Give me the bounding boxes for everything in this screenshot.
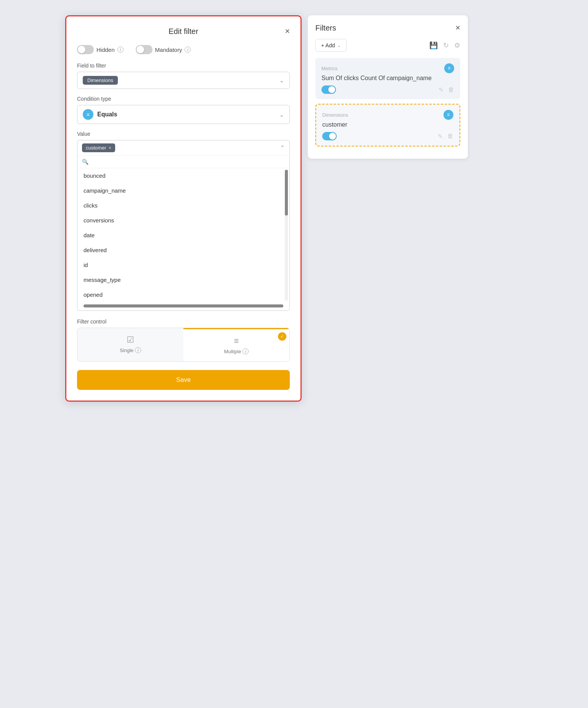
value-section: Value customer × ⌃ 🔍 bounced campai xyxy=(77,131,290,311)
condition-label: Condition type xyxy=(77,96,290,102)
dimensions-filter-card: Dimensions = customer ✎ 🗑 xyxy=(315,104,460,146)
metrics-card-type: Metrics xyxy=(321,66,337,71)
dimensions-edit-icon[interactable]: ✎ xyxy=(438,133,443,140)
field-select-dropdown[interactable]: Dimensions ⌄ xyxy=(77,72,290,89)
save-icon[interactable]: 💾 xyxy=(429,41,438,50)
dropdown-scrollbar[interactable] xyxy=(285,170,288,301)
hidden-toggle-group: Hidden i xyxy=(77,45,124,54)
dropdown-list-wrapper: bounced campaign_name clicks conversions… xyxy=(77,168,289,302)
dropdown-item-clicks[interactable]: clicks xyxy=(77,198,283,213)
customer-tag: customer × xyxy=(82,143,115,152)
single-option[interactable]: ☑ Single i xyxy=(77,328,183,361)
multiple-info-icon[interactable]: i xyxy=(243,348,249,354)
value-chevron-icon[interactable]: ⌃ xyxy=(280,144,285,151)
metrics-equals-icon: = xyxy=(444,63,454,73)
mandatory-toggle-group: Mandatory i xyxy=(136,45,191,54)
single-label-text: Single xyxy=(120,348,133,353)
filter-control-options: ☑ Single i ✓ ≡ Multiple i xyxy=(77,328,290,362)
reset-icon[interactable]: ↻ xyxy=(443,41,449,50)
metrics-card-toggle[interactable] xyxy=(321,85,336,94)
dropdown-item-campaign_name[interactable]: campaign_name xyxy=(77,183,283,198)
single-info-icon[interactable]: i xyxy=(135,347,141,353)
horiz-scrollbar-row xyxy=(77,302,289,311)
equals-label: Equals xyxy=(97,111,117,118)
dimensions-card-toggle[interactable] xyxy=(322,132,337,140)
dimensions-card-value: customer xyxy=(322,121,453,128)
horizontal-scrollbar[interactable] xyxy=(84,304,283,307)
dimensions-delete-icon[interactable]: 🗑 xyxy=(447,133,453,140)
hidden-toggle[interactable] xyxy=(77,45,94,54)
condition-select-dropdown[interactable]: = Equals ⌄ xyxy=(77,105,290,124)
dropdown-search: 🔍 xyxy=(77,156,289,168)
scrollbar-thumb xyxy=(285,170,288,216)
filters-title: Filters xyxy=(315,24,336,32)
dropdown-item-bounced[interactable]: bounced xyxy=(77,168,283,183)
dimensions-card-actions: ✎ 🗑 xyxy=(438,133,453,140)
single-option-label: Single i xyxy=(120,347,141,353)
modal-header: Edit filter × xyxy=(77,27,290,36)
single-option-icon: ☑ xyxy=(127,335,134,345)
multiple-label-text: Multiple xyxy=(224,349,241,354)
dimensions-card-footer: ✎ 🗑 xyxy=(322,132,453,140)
dropdown-item-message_type[interactable]: message_type xyxy=(77,272,283,287)
add-filter-label: + Add xyxy=(321,42,335,48)
tag-close-icon[interactable]: × xyxy=(108,145,111,151)
field-section: Field to filter Dimensions ⌄ xyxy=(77,63,290,89)
add-filter-button[interactable]: + Add ⌄ xyxy=(315,39,347,52)
dimensions-equals-icon: = xyxy=(443,110,453,120)
settings-icon[interactable]: ⚙ xyxy=(454,41,460,50)
value-label: Value xyxy=(77,131,290,137)
mandatory-info-icon[interactable]: i xyxy=(185,47,191,53)
filters-panel: Filters × + Add ⌄ 💾 ↻ ⚙ Metrics = Sum Of… xyxy=(308,15,468,159)
mandatory-label: Mandatory xyxy=(155,47,182,53)
equals-icon: = xyxy=(83,109,93,120)
checkmark-badge: ✓ xyxy=(278,332,286,341)
modal-close-button[interactable]: × xyxy=(285,27,290,35)
field-select-value: Dimensions xyxy=(83,76,118,85)
metrics-card-footer: ✎ 🗑 xyxy=(321,85,454,94)
save-button[interactable]: Save xyxy=(77,370,290,390)
toggles-row: Hidden i Mandatory i xyxy=(77,45,290,54)
field-chevron-icon: ⌄ xyxy=(279,77,284,84)
value-input-container: customer × ⌃ 🔍 bounced campaign_name cli… xyxy=(77,140,290,311)
filters-toolbar: + Add ⌄ 💾 ↻ ⚙ xyxy=(315,39,460,52)
dimensions-badge: Dimensions xyxy=(83,76,118,85)
multiple-option-label: Multiple i xyxy=(224,348,249,354)
dropdown-item-id[interactable]: id xyxy=(77,257,283,272)
hidden-label: Hidden xyxy=(96,47,115,53)
hidden-info-icon[interactable]: i xyxy=(117,47,124,53)
metrics-filter-card: Metrics = Sum Of clicks Count Of campaig… xyxy=(315,58,460,99)
filters-header: Filters × xyxy=(315,23,460,33)
add-chevron-icon: ⌄ xyxy=(337,43,341,48)
filter-control-section: Filter control ☑ Single i ✓ ≡ Multiple i xyxy=(77,319,290,362)
edit-filter-modal: Edit filter × Hidden i Mandatory i Field… xyxy=(65,15,302,402)
metrics-card-header: Metrics = xyxy=(321,63,454,73)
dropdown-item-conversions[interactable]: conversions xyxy=(77,213,283,228)
value-tags-row: customer × ⌃ xyxy=(77,140,289,156)
multiple-option-icon: ≡ xyxy=(234,336,239,346)
dimensions-card-header: Dimensions = xyxy=(322,110,453,120)
dropdown-item-date[interactable]: date xyxy=(77,228,283,243)
metrics-edit-icon[interactable]: ✎ xyxy=(439,86,443,93)
dimensions-card-type: Dimensions xyxy=(322,112,348,118)
dropdown-search-input[interactable] xyxy=(91,159,285,165)
condition-section: Condition type = Equals ⌄ xyxy=(77,96,290,124)
dropdown-items-col: bounced campaign_name clicks conversions… xyxy=(77,168,283,302)
multiple-option[interactable]: ✓ ≡ Multiple i xyxy=(183,328,289,361)
filter-control-label: Filter control xyxy=(77,319,290,325)
filters-close-button[interactable]: × xyxy=(455,23,460,33)
metrics-card-actions: ✎ 🗑 xyxy=(439,86,454,93)
condition-value: = Equals xyxy=(83,109,117,120)
search-icon: 🔍 xyxy=(82,159,88,165)
customer-tag-text: customer xyxy=(86,145,106,151)
metrics-delete-icon[interactable]: 🗑 xyxy=(448,86,454,93)
modal-title: Edit filter xyxy=(169,27,198,36)
field-label: Field to filter xyxy=(77,63,290,69)
condition-chevron-icon: ⌄ xyxy=(279,111,284,118)
mandatory-toggle[interactable] xyxy=(136,45,153,54)
metrics-card-value: Sum Of clicks Count Of campaign_name xyxy=(321,75,454,82)
dropdown-item-opened[interactable]: opened xyxy=(77,287,283,302)
dropdown-item-delivered[interactable]: delivered xyxy=(77,243,283,257)
toolbar-icons: 💾 ↻ ⚙ xyxy=(429,41,460,50)
